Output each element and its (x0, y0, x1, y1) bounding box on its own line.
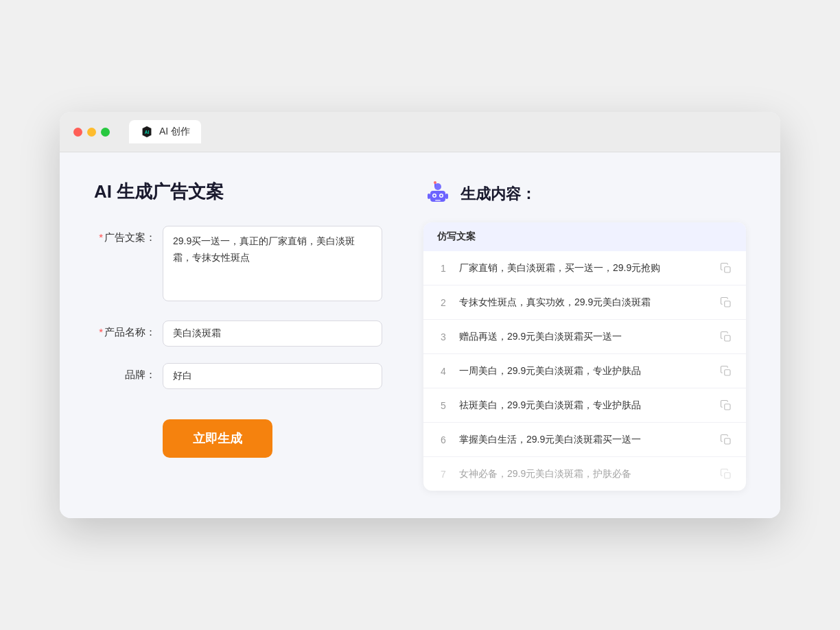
copy-icon[interactable] (720, 296, 732, 309)
row-number: 5 (437, 400, 450, 411)
row-text: 掌握美白生活，29.9元美白淡斑霜买一送一 (459, 432, 710, 447)
row-number: 1 (437, 263, 450, 274)
page-title: AI 生成广告文案 (94, 180, 382, 204)
svg-rect-14 (725, 335, 730, 340)
product-name-input[interactable] (163, 320, 382, 347)
maximize-button[interactable] (101, 128, 110, 137)
product-name-form-group: *产品名称： (94, 320, 382, 347)
row-number: 3 (437, 331, 450, 342)
product-name-label: *产品名称： (94, 320, 156, 339)
svg-point-11 (434, 181, 436, 184)
copy-icon[interactable] (720, 434, 732, 446)
copy-icon[interactable] (720, 262, 732, 275)
svg-point-5 (434, 195, 436, 197)
svg-rect-9 (445, 194, 448, 199)
ai-icon: AI (140, 125, 154, 139)
table-row: 3 赠品再送，29.9元美白淡斑霜买一送一 (423, 320, 746, 354)
brand-form-group: 品牌： (94, 363, 382, 389)
row-text: 祛斑美白，29.9元美白淡斑霜，专业护肤品 (459, 398, 710, 412)
row-text: 厂家直销，美白淡斑霜，买一送一，29.9元抢购 (459, 261, 710, 275)
robot-icon (423, 180, 452, 209)
ai-creation-tab[interactable]: AI AI 创作 (129, 120, 201, 143)
table-row: 7 女神必备，29.9元美白淡斑霜，护肤必备 (423, 457, 746, 491)
left-panel: AI 生成广告文案 *广告文案： *产品名称： (94, 180, 382, 491)
ad-copy-form-group: *广告文案： (94, 226, 382, 304)
svg-rect-16 (725, 404, 730, 409)
row-number: 6 (437, 434, 450, 445)
generate-button[interactable]: 立即生成 (163, 419, 272, 458)
svg-rect-7 (435, 200, 441, 201)
svg-point-6 (441, 195, 443, 197)
product-name-input-wrapper (163, 320, 382, 347)
row-text: 赠品再送，29.9元美白淡斑霜买一送一 (459, 329, 710, 344)
row-text: 女神必备，29.9元美白淡斑霜，护肤必备 (459, 467, 710, 481)
copy-icon[interactable] (720, 365, 732, 377)
traffic-lights (73, 128, 110, 137)
svg-rect-18 (725, 472, 730, 478)
row-number: 2 (437, 297, 450, 308)
right-panel: 生成内容： 仿写文案 1 厂家直销，美白淡斑霜，买一送一，29.9元抢购 2 专… (423, 180, 746, 491)
brand-input-wrapper (163, 363, 382, 389)
row-text: 一周美白，29.9元美白淡斑霜，专业护肤品 (459, 364, 710, 378)
minimize-button[interactable] (87, 128, 96, 137)
result-table: 仿写文案 1 厂家直销，美白淡斑霜，买一送一，29.9元抢购 2 专抹女性斑点，… (423, 222, 746, 491)
svg-text:AI: AI (145, 130, 150, 135)
ad-copy-input-wrapper (163, 226, 382, 304)
content-area: AI 生成广告文案 *广告文案： *产品名称： (60, 152, 780, 518)
ad-copy-textarea[interactable] (163, 226, 382, 301)
copy-icon[interactable] (720, 468, 732, 480)
copy-icon[interactable] (720, 331, 732, 343)
browser-window: AI AI 创作 AI 生成广告文案 *广告文案： *产品名称： (60, 112, 780, 518)
table-row: 2 专抹女性斑点，真实功效，29.9元美白淡斑霜 (423, 285, 746, 320)
table-header: 仿写文案 (423, 222, 746, 251)
svg-rect-13 (725, 301, 730, 306)
tab-label: AI 创作 (159, 126, 190, 138)
copy-icon[interactable] (720, 399, 732, 412)
required-star-product: * (99, 326, 103, 338)
svg-rect-15 (725, 369, 730, 375)
ad-copy-label: *广告文案： (94, 226, 156, 244)
brand-input[interactable] (163, 363, 382, 389)
brand-label: 品牌： (94, 363, 156, 382)
result-header: 生成内容： (423, 180, 746, 209)
row-number: 7 (437, 469, 450, 480)
table-row: 1 厂家直销，美白淡斑霜，买一送一，29.9元抢购 (423, 251, 746, 285)
row-number: 4 (437, 366, 450, 377)
row-text: 专抹女性斑点，真实功效，29.9元美白淡斑霜 (459, 295, 710, 310)
table-row: 4 一周美白，29.9元美白淡斑霜，专业护肤品 (423, 354, 746, 388)
required-star-ad-copy: * (99, 231, 103, 243)
close-button[interactable] (73, 128, 82, 137)
svg-rect-17 (725, 438, 730, 443)
table-row: 5 祛斑美白，29.9元美白淡斑霜，专业护肤品 (423, 388, 746, 423)
table-row: 6 掌握美白生活，29.9元美白淡斑霜买一送一 (423, 423, 746, 457)
title-bar: AI AI 创作 (60, 112, 780, 152)
svg-rect-8 (428, 194, 430, 199)
result-title: 生成内容： (460, 184, 536, 205)
svg-rect-12 (725, 266, 730, 272)
